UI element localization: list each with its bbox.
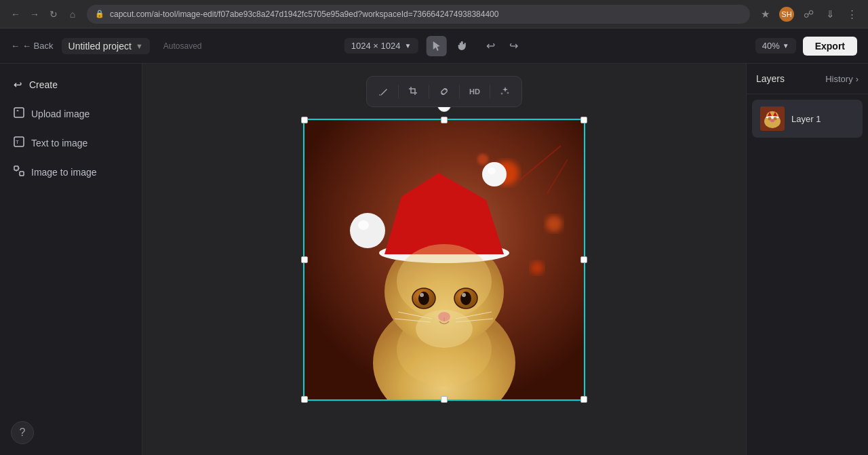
export-button[interactable]: Export [803, 37, 857, 56]
brush-tool-button[interactable] [372, 81, 394, 102]
menu-button[interactable]: ⋮ [844, 6, 860, 22]
project-title-area[interactable]: Untitled project ▼ [62, 38, 150, 54]
main-layout: ↩ Create Upload image T Text to image Im… [0, 64, 868, 455]
image-to-image-label: Image to image [31, 167, 97, 178]
canvas-content: ↻ [303, 119, 585, 401]
text-to-image-icon: T [14, 136, 24, 149]
bookmark-button[interactable]: ★ [757, 6, 773, 22]
header-center: 1024 × 1024 ▼ ↩ ↪ [344, 36, 524, 56]
svg-rect-3 [14, 166, 18, 170]
svg-rect-0 [14, 108, 24, 117]
svg-point-24 [488, 167, 496, 174]
canvas-size-selector[interactable]: 1024 × 1024 ▼ [344, 38, 418, 54]
floating-toolbar: HD [366, 76, 522, 107]
toolbar-actions [426, 36, 472, 56]
app-header: ← ← Back Untitled project ▼ Autosaved 10… [0, 28, 868, 64]
svg-rect-4 [20, 172, 24, 176]
sidebar-item-text-to-image[interactable]: T Text to image [5, 130, 136, 156]
panel-header: Layers History › [747, 64, 868, 94]
history-label: History [825, 74, 852, 84]
svg-point-48 [770, 119, 774, 122]
link-button[interactable] [433, 81, 455, 102]
upload-icon [14, 107, 24, 120]
nav-home-button[interactable]: ⌂ [65, 7, 80, 22]
back-arrow-icon: ← [11, 41, 20, 51]
browser-nav-buttons: ← → ↻ ⌂ [8, 7, 80, 22]
toolbar-divider-4 [490, 85, 490, 98]
browser-actions: ★ SH ☍ ⇓ ⋮ [757, 6, 860, 22]
canvas-image-wrapper: ↻ [303, 119, 585, 401]
svg-point-39 [416, 310, 473, 348]
svg-point-45 [766, 116, 779, 119]
zoom-level-text: 40% [762, 41, 780, 51]
layers-tab[interactable]: Layers [756, 72, 785, 85]
image-to-image-icon [14, 165, 24, 178]
canvas-area[interactable]: HD [142, 64, 746, 455]
layer-item[interactable]: Layer 1 [752, 100, 863, 138]
svg-point-13 [358, 220, 369, 230]
toolbar-divider-3 [459, 85, 460, 98]
help-icon: ? [20, 427, 26, 439]
url-text: capcut.com/ai-tool/image-edit/f07abe93c8… [110, 9, 498, 19]
lock-icon: 🔒 [95, 9, 104, 18]
layer-thumbnail [760, 106, 785, 131]
browser-chrome: ← → ↻ ⌂ 🔒 capcut.com/ai-tool/image-edit/… [0, 0, 868, 28]
download-button[interactable]: ⇓ [822, 6, 838, 22]
svg-point-29 [460, 292, 471, 305]
history-arrow-icon: › [856, 74, 859, 84]
svg-point-31 [462, 293, 466, 297]
svg-text:T: T [16, 139, 19, 145]
sidebar-item-create[interactable]: ↩ Create [5, 72, 136, 98]
back-label: ← Back [22, 41, 54, 51]
back-button[interactable]: ← ← Back [11, 41, 54, 51]
svg-point-28 [418, 292, 429, 305]
magic-button[interactable] [494, 81, 516, 102]
svg-point-23 [482, 162, 507, 186]
profile-button[interactable]: SH [778, 6, 795, 22]
crop-tool-button[interactable] [403, 81, 425, 102]
sidebar-item-upload[interactable]: Upload image [5, 100, 136, 127]
redo-button[interactable]: ↪ [503, 36, 524, 56]
svg-point-12 [350, 213, 385, 248]
zoom-selector[interactable]: 40% ▼ [755, 38, 796, 54]
autosaved-label: Autosaved [163, 41, 202, 51]
text-to-image-label: Text to image [31, 138, 87, 149]
svg-point-8 [530, 261, 544, 275]
svg-point-7 [546, 216, 562, 232]
address-bar[interactable]: 🔒 capcut.com/ai-tool/image-edit/f07abe93… [87, 5, 750, 24]
svg-point-9 [477, 154, 488, 165]
select-tool-button[interactable] [426, 36, 446, 56]
canvas-image-svg [303, 119, 585, 401]
layer-name: Layer 1 [791, 114, 821, 124]
header-right: 40% ▼ Export [755, 37, 857, 56]
nav-back-button[interactable]: ← [8, 7, 23, 22]
undo-button[interactable]: ↩ [480, 36, 500, 56]
upload-label: Upload image [31, 108, 90, 119]
left-sidebar: ↩ Create Upload image T Text to image Im… [0, 64, 142, 455]
project-title: Untitled project [68, 41, 132, 52]
hd-button[interactable]: HD [464, 81, 486, 102]
toolbar-divider-1 [398, 85, 399, 98]
zoom-dropdown-icon: ▼ [783, 42, 789, 50]
extensions-button[interactable]: ☍ [800, 6, 816, 22]
hd-label: HD [469, 87, 480, 96]
nav-forward-button[interactable]: → [27, 7, 42, 22]
svg-point-25 [397, 244, 492, 319]
toolbar-divider-2 [429, 85, 429, 98]
nav-refresh-button[interactable]: ↻ [46, 7, 61, 22]
create-label: Create [29, 79, 58, 90]
help-button[interactable]: ? [11, 421, 34, 444]
hand-tool-button[interactable] [452, 36, 472, 56]
history-tab[interactable]: History › [825, 74, 859, 84]
create-icon: ↩ [14, 79, 22, 91]
svg-point-30 [420, 293, 424, 297]
project-dropdown-icon: ▼ [136, 42, 143, 50]
sidebar-item-image-to-image[interactable]: Image to image [5, 159, 136, 185]
right-panel: Layers History › Layer [746, 64, 868, 455]
canvas-size-dropdown-icon: ▼ [404, 42, 411, 50]
canvas-size-text: 1024 × 1024 [351, 41, 401, 51]
undo-redo: ↩ ↪ [480, 36, 524, 56]
